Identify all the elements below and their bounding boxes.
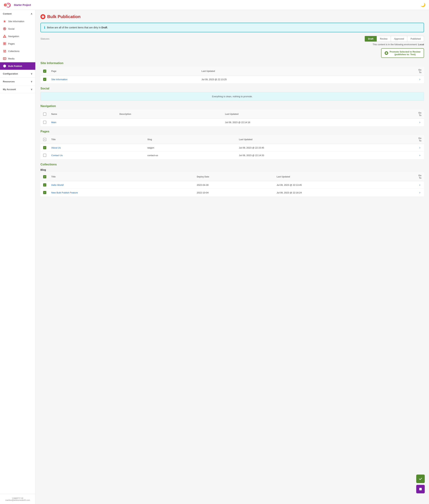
- dark-mode-toggle[interactable]: 🌙: [421, 3, 425, 7]
- row-checkbox-coll-0[interactable]: ✓: [41, 181, 49, 189]
- sidebar-label-bulk-publish: Bulk Publish: [8, 65, 22, 67]
- info-banner: ℹ Below are all of the content items tha…: [40, 23, 424, 32]
- tab-group: Draft Review Approved Published: [365, 36, 424, 42]
- account-section-header[interactable]: My Account ∨: [0, 86, 35, 93]
- svg-rect-19: [419, 488, 422, 490]
- row-checkbox-nav-0[interactable]: [41, 118, 49, 126]
- svg-marker-16: [5, 58, 6, 59]
- fab-check-button[interactable]: [416, 475, 425, 483]
- row-desc-nav-0: [117, 118, 223, 126]
- sidebar-label-social: Social: [8, 27, 14, 30]
- info-icon: ℹ: [44, 26, 45, 29]
- sidebar-item-social[interactable]: Social: [0, 25, 35, 33]
- row-title-coll-0: Hello World!: [49, 181, 194, 189]
- goto-btn-pages-0[interactable]: ›: [418, 146, 421, 150]
- row-title-coll-1: New Bulk Publish Feature: [49, 189, 194, 197]
- col-checkbox-nav: [41, 110, 49, 118]
- goto-btn-coll-0[interactable]: ›: [418, 183, 421, 187]
- col-name-nav: Name: [49, 110, 117, 118]
- goto-btn-pages-1[interactable]: ›: [418, 153, 421, 157]
- pages-table: – Title Slug Last Updated Go To ✓ About …: [40, 135, 424, 159]
- tab-approved[interactable]: Approved: [391, 36, 407, 42]
- select-all-coll[interactable]: ✓: [43, 175, 46, 178]
- fab-square-button[interactable]: [416, 485, 425, 493]
- section-heading-pages: Pages: [40, 130, 424, 133]
- row-lastupdated-si-0: Jul 09, 2023 @ 22:13:25: [199, 76, 413, 83]
- configuration-section-header[interactable]: Configuration ∨: [0, 70, 35, 78]
- col-lastupdated-pages: Last Updated: [236, 135, 413, 144]
- goto-btn-coll-1[interactable]: ›: [418, 191, 421, 195]
- col-goto-pages: Go To: [413, 135, 424, 144]
- select-all-nav[interactable]: [43, 113, 46, 116]
- row-lastupdated-pages-1: Jul 09, 2023 @ 22:14:33: [236, 152, 413, 159]
- row-slug-pages-0: wagon: [145, 144, 236, 152]
- row-goto-pages-1[interactable]: ›: [413, 152, 424, 159]
- section-heading-collections: Collections: [40, 163, 424, 166]
- account-section: My Account ∨: [0, 86, 35, 93]
- col-checkbox-si: ✓: [41, 67, 49, 76]
- svg-point-18: [4, 65, 6, 67]
- tab-published[interactable]: Published: [407, 36, 424, 42]
- svg-rect-13: [5, 51, 6, 52]
- social-icon: [3, 27, 6, 30]
- sidebar-item-pages[interactable]: Pages: [0, 40, 35, 47]
- col-description-nav: Description: [117, 110, 223, 118]
- col-title-coll: Title: [49, 172, 194, 181]
- svg-rect-12: [3, 51, 4, 52]
- row-checkbox-pages-1[interactable]: [41, 152, 49, 159]
- table-row: ✓ Site Information Jul 09, 2023 @ 22:13:…: [41, 76, 424, 83]
- sidebar-label-media: Media: [8, 57, 14, 60]
- page-title-row: Bulk Publication: [40, 14, 424, 19]
- col-lastupdated-si: Last Updated: [199, 67, 413, 76]
- tab-review[interactable]: Review: [377, 36, 391, 42]
- row-goto-nav-0[interactable]: ›: [413, 118, 424, 126]
- col-checkbox-coll: ✓: [41, 172, 49, 181]
- row-slug-pages-1: contact-us: [145, 152, 236, 159]
- sidebar-item-collections[interactable]: Collections: [0, 47, 35, 55]
- goto-btn-nav-0[interactable]: ›: [418, 120, 421, 124]
- collections-table: ✓ Title Deploy Date Last Updated Go To ✓…: [40, 172, 424, 197]
- select-all-pages[interactable]: –: [43, 138, 46, 141]
- promote-selected-button[interactable]: Promote Selected to Review (publishes to…: [381, 48, 424, 58]
- site-information-icon: [3, 19, 6, 23]
- col-checkbox-pages: –: [41, 135, 49, 144]
- select-all-si[interactable]: ✓: [43, 70, 46, 73]
- sidebar-item-site-information[interactable]: Site Information: [0, 18, 35, 25]
- row-title-pages-0: About Us: [49, 144, 145, 152]
- app-title: Starter Project: [14, 4, 31, 6]
- page-title-icon: [40, 14, 45, 19]
- row-checkbox-si-0[interactable]: ✓: [41, 76, 49, 83]
- row-name-nav-0: Main: [49, 118, 117, 126]
- fab-group: [416, 475, 425, 493]
- content-section-header[interactable]: Content ∧: [0, 10, 35, 18]
- svg-rect-15: [4, 58, 5, 59]
- navigation-table: Name Description Last Updated Go To Main…: [40, 110, 424, 126]
- row-goto-pages-0[interactable]: ›: [413, 144, 424, 152]
- tab-draft[interactable]: Draft: [365, 36, 377, 42]
- svg-rect-8: [3, 44, 4, 45]
- row-deploydate-coll-0: 2022-04-30: [194, 181, 274, 189]
- sidebar-item-navigation[interactable]: Navigation: [0, 33, 35, 40]
- sidebar-item-media[interactable]: Media: [0, 55, 35, 62]
- row-checkbox-pages-0[interactable]: ✓: [41, 144, 49, 152]
- main-content: Bulk Publication ℹ Below are all of the …: [36, 10, 429, 504]
- promote-btn-wrap: Promote Selected to Review (publishes to…: [40, 48, 424, 58]
- row-checkbox-coll-1[interactable]: ✓: [41, 189, 49, 197]
- user-email: martine@andromeda16.com: [5, 499, 30, 501]
- table-row: ✓ New Bulk Publish Feature 2022-10-04 Ju…: [41, 189, 424, 197]
- row-lastupdated-coll-0: Jul 09, 2023 @ 22:13:45: [274, 181, 413, 189]
- resources-section: Resources ∨: [0, 78, 35, 86]
- row-goto-coll-1[interactable]: ›: [413, 189, 424, 197]
- col-lastupdated-coll: Last Updated: [274, 172, 413, 181]
- goto-btn-si-0[interactable]: ›: [418, 77, 421, 81]
- row-goto-coll-0[interactable]: ›: [413, 181, 424, 189]
- row-goto-si-0[interactable]: ›: [413, 76, 424, 83]
- resources-section-header[interactable]: Resources ∨: [0, 78, 35, 85]
- col-goto-nav: Go To: [413, 110, 424, 118]
- statuses-label: Statuses: [40, 37, 50, 40]
- row-lastupdated-nav-0: Jul 09, 2023 @ 22:14:16: [223, 118, 413, 126]
- sidebar-item-bulk-publish[interactable]: Bulk Publish: [0, 62, 35, 70]
- col-deploydate-coll: Deploy Date: [194, 172, 274, 181]
- content-section: Content ∧ Site Information Social: [0, 10, 35, 70]
- square-icon: [419, 487, 422, 491]
